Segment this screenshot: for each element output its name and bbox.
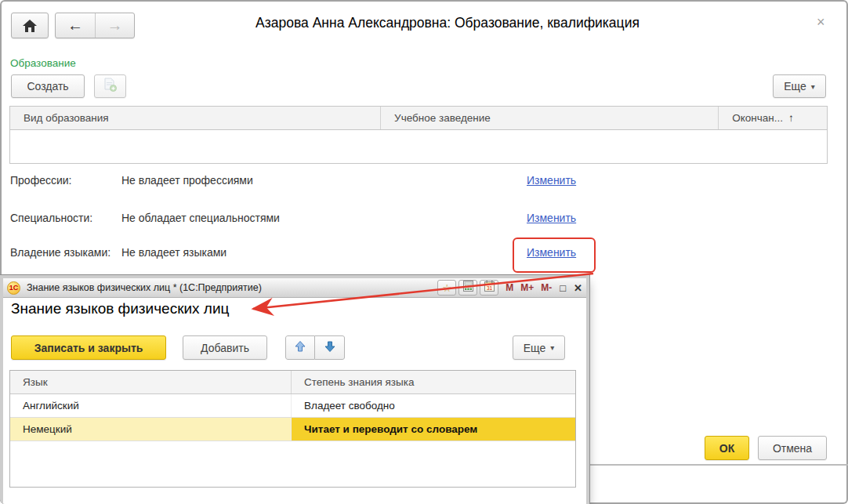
level-cell-active[interactable]: Читает и переводит со словарем xyxy=(292,418,575,441)
copy-document-icon xyxy=(103,78,118,95)
professions-value: Не владеет профессиями xyxy=(121,174,253,187)
app-window: ← → Азарова Анна Александровна: Образова… xyxy=(0,0,848,504)
maximize-icon[interactable]: □ xyxy=(560,282,566,294)
professions-label: Профессии: xyxy=(10,174,71,187)
ok-button[interactable]: ОК xyxy=(705,436,749,460)
calendar-icon: 31 xyxy=(484,281,495,295)
calculator-icon xyxy=(463,281,473,295)
arrow-up-icon xyxy=(294,340,306,356)
language-cell[interactable]: Английский xyxy=(10,394,292,417)
specialties-edit-link[interactable]: Изменить xyxy=(527,212,576,224)
more-button-main[interactable]: Еще ▾ xyxy=(773,74,826,98)
column-header-institution[interactable]: Учебное заведение xyxy=(381,107,719,129)
move-up-button[interactable] xyxy=(285,335,315,360)
language-value: Немецкий xyxy=(23,423,72,435)
chevron-down-icon: ▾ xyxy=(550,343,554,352)
level-cell[interactable]: Владеет свободно xyxy=(292,394,575,417)
more-button-dialog[interactable]: Еще ▾ xyxy=(513,335,565,360)
dialog-close-icon[interactable]: ✕ xyxy=(574,282,582,294)
chevron-down-icon: ▾ xyxy=(811,82,815,91)
create-button[interactable]: Создать xyxy=(11,74,85,98)
ok-button-label: ОК xyxy=(719,442,734,455)
dialog-heading: Знание языков физических лиц xyxy=(11,300,229,317)
column-header-level[interactable]: Степень знания языка xyxy=(292,371,575,393)
section-label-education: Образование xyxy=(10,57,76,69)
column-label: Учебное заведение xyxy=(394,112,491,124)
dialog-titlebar[interactable]: 1С Знание языков физических лиц * (1С:Пр… xyxy=(3,278,586,298)
column-header-education-type[interactable]: Вид образования xyxy=(10,107,381,129)
move-down-button[interactable] xyxy=(315,335,345,360)
more-button-label: Еще xyxy=(784,80,806,92)
column-label: Язык xyxy=(23,376,48,388)
add-button[interactable]: Добавить xyxy=(183,335,267,360)
column-header-graduation[interactable]: Окончан... ↑ xyxy=(719,107,827,129)
language-cell[interactable]: Немецкий xyxy=(10,418,292,441)
close-icon[interactable]: × xyxy=(817,15,825,29)
sort-ascending-icon: ↑ xyxy=(788,112,794,124)
column-header-language[interactable]: Язык xyxy=(10,371,292,393)
calendar-button[interactable]: 31 xyxy=(480,280,498,296)
font-scale-reset-button[interactable]: М xyxy=(506,282,513,293)
languages-dialog: 1С Знание языков физических лиц * (1С:Пр… xyxy=(3,278,586,504)
add-button-label: Добавить xyxy=(201,342,249,354)
svg-text:31: 31 xyxy=(487,285,493,291)
star-icon: ☆ xyxy=(442,282,451,294)
more-button-label: Еще xyxy=(524,342,546,354)
calculator-button[interactable] xyxy=(458,280,477,296)
level-value: Владеет свободно xyxy=(304,400,395,412)
education-table-body-empty[interactable] xyxy=(9,130,828,164)
languages-table: Язык Степень знания языка Английский Вла… xyxy=(9,370,576,488)
column-label: Окончан... xyxy=(732,112,783,124)
annotation-highlight-box xyxy=(513,237,596,273)
cancel-button-label: Отмена xyxy=(773,442,812,455)
languages-table-header: Язык Степень знания языка xyxy=(10,371,575,394)
create-button-label: Создать xyxy=(27,80,68,92)
home-button[interactable] xyxy=(11,13,49,38)
specialties-value: Не обладает специальностями xyxy=(121,212,280,224)
page-title: Азарова Анна Александровна: Образование,… xyxy=(47,15,848,31)
save-and-close-label: Записать и закрыть xyxy=(34,342,143,354)
home-icon xyxy=(12,13,48,38)
education-table: Вид образования Учебное заведение Оконча… xyxy=(9,106,828,164)
cancel-button[interactable]: Отмена xyxy=(758,436,827,460)
specialties-label: Специальности: xyxy=(10,212,92,224)
row-move-group xyxy=(285,335,345,360)
favorite-button[interactable]: ☆ xyxy=(437,280,456,296)
arrow-down-icon xyxy=(324,340,336,356)
level-value: Читает и переводит со словарем xyxy=(304,423,477,435)
table-row-english[interactable]: Английский Владеет свободно xyxy=(10,394,575,418)
languages-label: Владение языками: xyxy=(10,246,111,259)
column-label: Вид образования xyxy=(24,112,109,124)
table-row-german-selected[interactable]: Немецкий Читает и переводит со словарем xyxy=(10,418,575,441)
education-table-header: Вид образования Учебное заведение Оконча… xyxy=(9,106,828,130)
1c-logo-icon: 1С xyxy=(7,281,20,295)
professions-edit-link[interactable]: Изменить xyxy=(527,174,576,187)
language-value: Английский xyxy=(23,400,79,412)
dialog-title: Знание языков физических лиц * (1С:Предп… xyxy=(27,282,262,293)
copy-button[interactable] xyxy=(94,74,126,98)
font-scale-decrease-button[interactable]: М- xyxy=(541,282,552,293)
column-label: Степень знания языка xyxy=(304,376,414,388)
font-scale-increase-button[interactable]: М+ xyxy=(520,282,534,293)
save-and-close-button[interactable]: Записать и закрыть xyxy=(11,335,166,360)
languages-value: Не владеет языками xyxy=(121,246,226,259)
